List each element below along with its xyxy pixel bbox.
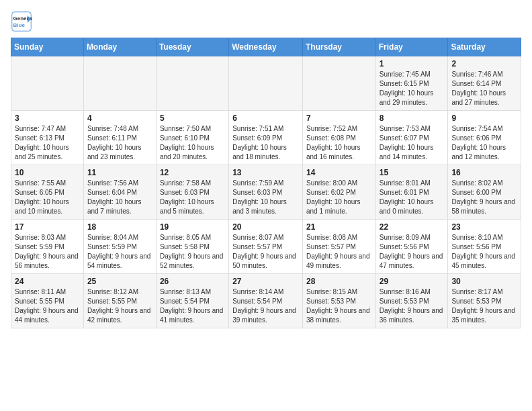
day-cell (11, 56, 84, 111)
day-cell: 5Sunrise: 7:50 AM Sunset: 6:10 PM Daylig… (156, 111, 228, 165)
day-number: 13 (232, 168, 299, 177)
day-cell: 17Sunrise: 8:03 AM Sunset: 5:59 PM Dayli… (11, 220, 84, 274)
day-cell: 25Sunrise: 8:12 AM Sunset: 5:55 PM Dayli… (83, 274, 156, 328)
week-row-2: 3Sunrise: 7:47 AM Sunset: 6:13 PM Daylig… (11, 111, 521, 165)
day-info: Sunrise: 8:02 AM Sunset: 6:00 PM Dayligh… (451, 179, 517, 216)
day-info: Sunrise: 7:45 AM Sunset: 6:15 PM Dayligh… (380, 70, 445, 107)
weekday-header-sunday: Sunday (11, 38, 84, 56)
day-info: Sunrise: 7:51 AM Sunset: 6:09 PM Dayligh… (232, 124, 299, 162)
day-info: Sunrise: 8:12 AM Sunset: 5:55 PM Dayligh… (87, 287, 152, 325)
day-cell: 19Sunrise: 8:05 AM Sunset: 5:58 PM Dayli… (156, 220, 228, 274)
day-number: 9 (451, 113, 517, 123)
weekday-header-monday: Monday (83, 38, 156, 56)
day-info: Sunrise: 7:50 AM Sunset: 6:10 PM Dayligh… (160, 124, 225, 162)
day-info: Sunrise: 8:03 AM Sunset: 5:59 PM Dayligh… (15, 233, 80, 271)
weekday-header-thursday: Thursday (302, 38, 375, 56)
day-number: 10 (15, 168, 80, 177)
day-info: Sunrise: 7:46 AM Sunset: 6:14 PM Dayligh… (451, 70, 517, 107)
day-info: Sunrise: 8:16 AM Sunset: 5:53 PM Dayligh… (380, 287, 445, 325)
day-number: 30 (451, 277, 517, 286)
day-info: Sunrise: 7:59 AM Sunset: 6:03 PM Dayligh… (232, 179, 299, 216)
day-number: 11 (87, 168, 152, 177)
calendar-table: SundayMondayTuesdayWednesdayThursdayFrid… (11, 38, 521, 328)
day-cell: 16Sunrise: 8:02 AM Sunset: 6:00 PM Dayli… (448, 165, 521, 220)
day-info: Sunrise: 7:58 AM Sunset: 6:03 PM Dayligh… (160, 179, 225, 216)
day-cell: 24Sunrise: 8:11 AM Sunset: 5:55 PM Dayli… (11, 274, 84, 328)
day-number: 21 (306, 222, 372, 232)
day-cell: 20Sunrise: 8:07 AM Sunset: 5:57 PM Dayli… (229, 220, 303, 274)
day-number: 20 (232, 222, 299, 232)
day-cell: 22Sunrise: 8:09 AM Sunset: 5:56 PM Dayli… (375, 220, 448, 274)
day-info: Sunrise: 8:10 AM Sunset: 5:56 PM Dayligh… (451, 233, 517, 271)
day-number: 6 (232, 113, 299, 123)
day-info: Sunrise: 7:47 AM Sunset: 6:13 PM Dayligh… (15, 124, 80, 162)
week-row-3: 10Sunrise: 7:55 AM Sunset: 6:05 PM Dayli… (11, 165, 521, 220)
day-number: 4 (87, 113, 152, 123)
day-cell: 15Sunrise: 8:01 AM Sunset: 6:01 PM Dayli… (375, 165, 448, 220)
day-cell: 29Sunrise: 8:16 AM Sunset: 5:53 PM Dayli… (375, 274, 448, 328)
day-info: Sunrise: 8:08 AM Sunset: 5:57 PM Dayligh… (306, 233, 372, 271)
day-info: Sunrise: 7:52 AM Sunset: 6:08 PM Dayligh… (306, 124, 372, 162)
day-info: Sunrise: 8:00 AM Sunset: 6:02 PM Dayligh… (306, 179, 372, 216)
day-cell: 7Sunrise: 7:52 AM Sunset: 6:08 PM Daylig… (302, 111, 375, 165)
day-number: 23 (451, 222, 517, 232)
day-number: 5 (160, 113, 225, 123)
logo-icon: General Blue (11, 11, 32, 32)
day-cell: 30Sunrise: 8:17 AM Sunset: 5:53 PM Dayli… (448, 274, 521, 328)
day-number: 28 (306, 277, 372, 286)
week-row-1: 1Sunrise: 7:45 AM Sunset: 6:15 PM Daylig… (11, 56, 521, 111)
day-cell: 18Sunrise: 8:04 AM Sunset: 5:59 PM Dayli… (83, 220, 156, 274)
day-info: Sunrise: 7:53 AM Sunset: 6:07 PM Dayligh… (380, 124, 445, 162)
day-number: 1 (380, 59, 445, 68)
week-row-4: 17Sunrise: 8:03 AM Sunset: 5:59 PM Dayli… (11, 220, 521, 274)
day-info: Sunrise: 8:17 AM Sunset: 5:53 PM Dayligh… (451, 287, 517, 325)
day-cell (156, 56, 228, 111)
day-info: Sunrise: 7:56 AM Sunset: 6:04 PM Dayligh… (87, 179, 152, 216)
day-info: Sunrise: 8:11 AM Sunset: 5:55 PM Dayligh… (15, 287, 80, 325)
day-number: 24 (15, 277, 80, 286)
day-number: 18 (87, 222, 152, 232)
day-number: 27 (232, 277, 299, 286)
day-cell: 2Sunrise: 7:46 AM Sunset: 6:14 PM Daylig… (448, 56, 521, 111)
day-number: 3 (15, 113, 80, 123)
day-cell: 3Sunrise: 7:47 AM Sunset: 6:13 PM Daylig… (11, 111, 84, 165)
day-number: 25 (87, 277, 152, 286)
day-cell (302, 56, 375, 111)
day-number: 29 (380, 277, 445, 286)
day-number: 2 (451, 59, 517, 68)
day-number: 12 (160, 168, 225, 177)
day-cell: 8Sunrise: 7:53 AM Sunset: 6:07 PM Daylig… (375, 111, 448, 165)
day-cell: 23Sunrise: 8:10 AM Sunset: 5:56 PM Dayli… (448, 220, 521, 274)
day-cell: 1Sunrise: 7:45 AM Sunset: 6:15 PM Daylig… (375, 56, 448, 111)
day-number: 17 (15, 222, 80, 232)
day-cell: 27Sunrise: 8:14 AM Sunset: 5:54 PM Dayli… (229, 274, 303, 328)
day-cell: 13Sunrise: 7:59 AM Sunset: 6:03 PM Dayli… (229, 165, 303, 220)
day-number: 15 (380, 168, 445, 177)
day-info: Sunrise: 8:15 AM Sunset: 5:53 PM Dayligh… (306, 287, 372, 325)
day-info: Sunrise: 7:48 AM Sunset: 6:11 PM Dayligh… (87, 124, 152, 162)
svg-text:Blue: Blue (13, 22, 26, 28)
day-cell: 21Sunrise: 8:08 AM Sunset: 5:57 PM Dayli… (302, 220, 375, 274)
weekday-header-tuesday: Tuesday (156, 38, 228, 56)
day-info: Sunrise: 7:54 AM Sunset: 6:06 PM Dayligh… (451, 124, 517, 162)
day-info: Sunrise: 8:07 AM Sunset: 5:57 PM Dayligh… (232, 233, 299, 271)
day-info: Sunrise: 8:05 AM Sunset: 5:58 PM Dayligh… (160, 233, 225, 271)
day-cell: 4Sunrise: 7:48 AM Sunset: 6:11 PM Daylig… (83, 111, 156, 165)
day-number: 19 (160, 222, 225, 232)
day-number: 26 (160, 277, 225, 286)
day-cell: 6Sunrise: 7:51 AM Sunset: 6:09 PM Daylig… (229, 111, 303, 165)
day-number: 8 (380, 113, 445, 123)
day-cell: 9Sunrise: 7:54 AM Sunset: 6:06 PM Daylig… (448, 111, 521, 165)
day-number: 14 (306, 168, 372, 177)
day-number: 7 (306, 113, 372, 123)
day-cell: 28Sunrise: 8:15 AM Sunset: 5:53 PM Dayli… (302, 274, 375, 328)
week-row-5: 24Sunrise: 8:11 AM Sunset: 5:55 PM Dayli… (11, 274, 521, 328)
day-cell: 14Sunrise: 8:00 AM Sunset: 6:02 PM Dayli… (302, 165, 375, 220)
day-cell: 12Sunrise: 7:58 AM Sunset: 6:03 PM Dayli… (156, 165, 228, 220)
day-cell (83, 56, 156, 111)
day-info: Sunrise: 8:01 AM Sunset: 6:01 PM Dayligh… (380, 179, 445, 216)
day-info: Sunrise: 8:04 AM Sunset: 5:59 PM Dayligh… (87, 233, 152, 271)
day-cell: 11Sunrise: 7:56 AM Sunset: 6:04 PM Dayli… (83, 165, 156, 220)
day-info: Sunrise: 7:55 AM Sunset: 6:05 PM Dayligh… (15, 179, 80, 216)
day-info: Sunrise: 8:13 AM Sunset: 5:54 PM Dayligh… (160, 287, 225, 325)
